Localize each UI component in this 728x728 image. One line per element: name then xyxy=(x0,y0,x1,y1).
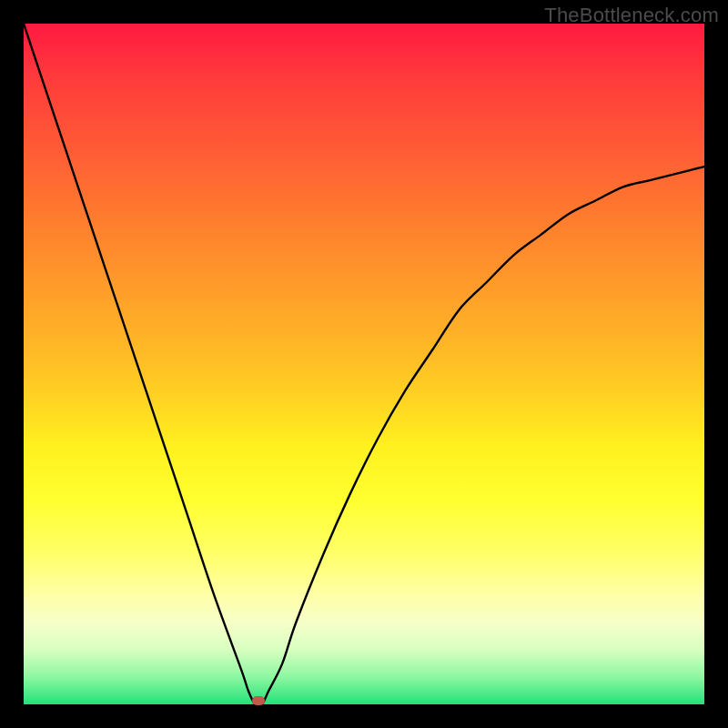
sweet-spot-marker xyxy=(252,696,265,705)
plot-area xyxy=(24,24,704,704)
bottleneck-curve xyxy=(24,24,704,704)
watermark-text: TheBottleneck.com xyxy=(544,4,719,27)
chart-frame: TheBottleneck.com xyxy=(0,0,728,728)
